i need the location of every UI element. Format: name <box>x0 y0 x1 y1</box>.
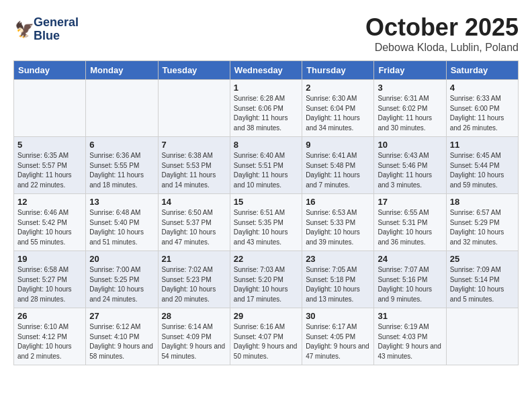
calendar-cell: 23Sunrise: 7:05 AMSunset: 5:18 PMDayligh… <box>302 251 374 308</box>
day-info: Sunrise: 6:10 AMSunset: 4:12 PMDaylight:… <box>17 322 82 361</box>
day-info: Sunrise: 6:46 AMSunset: 5:42 PMDaylight:… <box>17 208 82 247</box>
day-number: 12 <box>17 197 82 207</box>
calendar-cell: 27Sunrise: 6:12 AMSunset: 4:10 PMDayligh… <box>86 308 158 365</box>
calendar-week-2: 5Sunrise: 6:35 AMSunset: 5:57 PMDaylight… <box>14 137 519 194</box>
day-number: 18 <box>450 197 515 207</box>
day-number: 20 <box>89 254 154 264</box>
day-info: Sunrise: 6:33 AMSunset: 6:00 PMDaylight:… <box>450 94 515 133</box>
day-info: Sunrise: 6:16 AMSunset: 4:07 PMDaylight:… <box>234 322 298 361</box>
calendar-cell: 26Sunrise: 6:10 AMSunset: 4:12 PMDayligh… <box>14 308 86 365</box>
calendar-week-1: 1Sunrise: 6:28 AMSunset: 6:06 PMDaylight… <box>14 80 519 137</box>
day-number: 22 <box>234 254 298 264</box>
day-number: 13 <box>89 197 154 207</box>
day-number: 19 <box>17 254 82 264</box>
day-number: 15 <box>234 197 298 207</box>
day-number: 3 <box>378 83 442 93</box>
day-number: 27 <box>89 311 154 321</box>
month-year-title: October 2025 <box>13 13 519 42</box>
weekday-header-saturday: Saturday <box>446 61 518 80</box>
calendar-cell: 3Sunrise: 6:31 AMSunset: 6:02 PMDaylight… <box>374 80 446 137</box>
day-number: 24 <box>378 254 442 264</box>
day-number: 28 <box>162 311 226 321</box>
day-number: 26 <box>17 311 82 321</box>
day-info: Sunrise: 6:50 AMSunset: 5:37 PMDaylight:… <box>162 208 226 247</box>
calendar-cell: 12Sunrise: 6:46 AMSunset: 5:42 PMDayligh… <box>14 194 86 251</box>
day-info: Sunrise: 6:30 AMSunset: 6:04 PMDaylight:… <box>306 94 370 133</box>
calendar-week-5: 26Sunrise: 6:10 AMSunset: 4:12 PMDayligh… <box>14 308 519 365</box>
calendar-cell: 28Sunrise: 6:14 AMSunset: 4:09 PMDayligh… <box>158 308 230 365</box>
day-number: 16 <box>306 197 370 207</box>
weekday-header-wednesday: Wednesday <box>230 61 302 80</box>
day-info: Sunrise: 6:31 AMSunset: 6:02 PMDaylight:… <box>378 94 442 133</box>
calendar-cell: 29Sunrise: 6:16 AMSunset: 4:07 PMDayligh… <box>230 308 302 365</box>
day-info: Sunrise: 7:03 AMSunset: 5:20 PMDaylight:… <box>234 265 298 304</box>
day-info: Sunrise: 7:00 AMSunset: 5:25 PMDaylight:… <box>89 265 154 304</box>
calendar-cell: 11Sunrise: 6:45 AMSunset: 5:44 PMDayligh… <box>446 137 518 194</box>
calendar-cell: 18Sunrise: 6:57 AMSunset: 5:29 PMDayligh… <box>446 194 518 251</box>
day-number: 14 <box>162 197 226 207</box>
day-number: 7 <box>162 140 226 150</box>
day-info: Sunrise: 6:58 AMSunset: 5:27 PMDaylight:… <box>17 265 82 304</box>
day-info: Sunrise: 6:17 AMSunset: 4:05 PMDaylight:… <box>306 322 370 361</box>
day-info: Sunrise: 6:45 AMSunset: 5:44 PMDaylight:… <box>450 151 515 190</box>
calendar-week-3: 12Sunrise: 6:46 AMSunset: 5:42 PMDayligh… <box>14 194 519 251</box>
calendar-cell: 1Sunrise: 6:28 AMSunset: 6:06 PMDaylight… <box>230 80 302 137</box>
calendar-cell: 22Sunrise: 7:03 AMSunset: 5:20 PMDayligh… <box>230 251 302 308</box>
calendar-cell: 30Sunrise: 6:17 AMSunset: 4:05 PMDayligh… <box>302 308 374 365</box>
weekday-header-tuesday: Tuesday <box>158 61 230 80</box>
weekday-header-row: SundayMondayTuesdayWednesdayThursdayFrid… <box>14 61 519 80</box>
day-number: 5 <box>17 140 82 150</box>
day-number: 29 <box>234 311 298 321</box>
calendar-cell: 4Sunrise: 6:33 AMSunset: 6:00 PMDaylight… <box>446 80 518 137</box>
calendar-cell <box>14 80 86 137</box>
day-number: 21 <box>162 254 226 264</box>
calendar-cell <box>446 308 518 365</box>
day-info: Sunrise: 7:07 AMSunset: 5:16 PMDaylight:… <box>378 265 442 304</box>
weekday-header-thursday: Thursday <box>302 61 374 80</box>
calendar-cell: 14Sunrise: 6:50 AMSunset: 5:37 PMDayligh… <box>158 194 230 251</box>
calendar-cell: 19Sunrise: 6:58 AMSunset: 5:27 PMDayligh… <box>14 251 86 308</box>
day-number: 2 <box>306 83 370 93</box>
calendar-cell: 10Sunrise: 6:43 AMSunset: 5:46 PMDayligh… <box>374 137 446 194</box>
calendar-header: October 2025 Debowa Kloda, Lublin, Polan… <box>13 13 519 54</box>
day-info: Sunrise: 7:09 AMSunset: 5:14 PMDaylight:… <box>450 265 515 304</box>
day-info: Sunrise: 6:51 AMSunset: 5:35 PMDaylight:… <box>234 208 298 247</box>
calendar-cell: 15Sunrise: 6:51 AMSunset: 5:35 PMDayligh… <box>230 194 302 251</box>
calendar-cell: 31Sunrise: 6:19 AMSunset: 4:03 PMDayligh… <box>374 308 446 365</box>
day-info: Sunrise: 6:41 AMSunset: 5:48 PMDaylight:… <box>306 151 370 190</box>
calendar-cell: 25Sunrise: 7:09 AMSunset: 5:14 PMDayligh… <box>446 251 518 308</box>
day-info: Sunrise: 6:40 AMSunset: 5:51 PMDaylight:… <box>234 151 298 190</box>
day-info: Sunrise: 6:48 AMSunset: 5:40 PMDaylight:… <box>89 208 154 247</box>
day-info: Sunrise: 6:38 AMSunset: 5:53 PMDaylight:… <box>162 151 226 190</box>
logo-text: General Blue <box>34 16 79 43</box>
calendar-cell: 2Sunrise: 6:30 AMSunset: 6:04 PMDaylight… <box>302 80 374 137</box>
day-number: 23 <box>306 254 370 264</box>
day-number: 10 <box>378 140 442 150</box>
day-number: 4 <box>450 83 515 93</box>
calendar-table: SundayMondayTuesdayWednesdayThursdayFrid… <box>13 60 519 365</box>
day-info: Sunrise: 6:14 AMSunset: 4:09 PMDaylight:… <box>162 322 226 361</box>
day-info: Sunrise: 6:36 AMSunset: 5:55 PMDaylight:… <box>89 151 154 190</box>
calendar-cell: 9Sunrise: 6:41 AMSunset: 5:48 PMDaylight… <box>302 137 374 194</box>
calendar-cell <box>158 80 230 137</box>
day-number: 11 <box>450 140 515 150</box>
day-number: 6 <box>89 140 154 150</box>
calendar-week-4: 19Sunrise: 6:58 AMSunset: 5:27 PMDayligh… <box>14 251 519 308</box>
svg-text:🦅: 🦅 <box>15 20 34 39</box>
calendar-cell: 6Sunrise: 6:36 AMSunset: 5:55 PMDaylight… <box>86 137 158 194</box>
day-info: Sunrise: 6:19 AMSunset: 4:03 PMDaylight:… <box>378 322 442 361</box>
day-info: Sunrise: 6:35 AMSunset: 5:57 PMDaylight:… <box>17 151 82 190</box>
day-info: Sunrise: 6:57 AMSunset: 5:29 PMDaylight:… <box>450 208 515 247</box>
day-number: 31 <box>378 311 442 321</box>
calendar-cell: 20Sunrise: 7:00 AMSunset: 5:25 PMDayligh… <box>86 251 158 308</box>
day-info: Sunrise: 6:12 AMSunset: 4:10 PMDaylight:… <box>89 322 154 361</box>
day-number: 25 <box>450 254 515 264</box>
calendar-cell: 5Sunrise: 6:35 AMSunset: 5:57 PMDaylight… <box>14 137 86 194</box>
weekday-header-friday: Friday <box>374 61 446 80</box>
calendar-cell: 24Sunrise: 7:07 AMSunset: 5:16 PMDayligh… <box>374 251 446 308</box>
calendar-cell: 21Sunrise: 7:02 AMSunset: 5:23 PMDayligh… <box>158 251 230 308</box>
day-number: 30 <box>306 311 370 321</box>
calendar-cell <box>86 80 158 137</box>
calendar-cell: 13Sunrise: 6:48 AMSunset: 5:40 PMDayligh… <box>86 194 158 251</box>
calendar-cell: 7Sunrise: 6:38 AMSunset: 5:53 PMDaylight… <box>158 137 230 194</box>
